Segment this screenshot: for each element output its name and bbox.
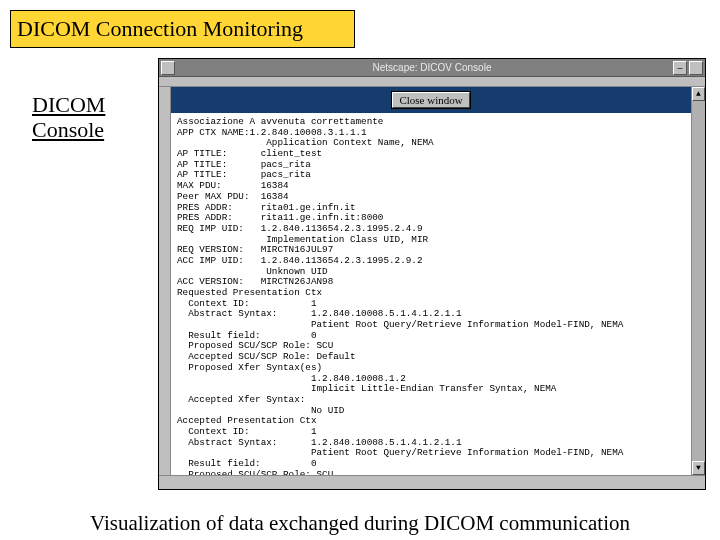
vertical-scrollbar[interactable]: ▲ ▼ xyxy=(691,87,705,475)
scroll-up-button[interactable]: ▲ xyxy=(692,87,705,101)
scrollbar-track[interactable] xyxy=(692,101,705,461)
slide-title-text: DICOM Connection Monitoring xyxy=(17,16,303,42)
page-header-bar: Close window xyxy=(171,87,691,113)
left-gutter xyxy=(159,87,171,475)
side-label-line2: Console xyxy=(32,117,104,142)
page-area: Close window Associazione A avvenuta cor… xyxy=(171,87,691,475)
side-label: DICOM Console xyxy=(32,92,105,143)
system-menu-icon[interactable] xyxy=(161,61,175,75)
status-bar xyxy=(159,475,705,489)
window-titlebar[interactable]: Netscape: DICOV Console – xyxy=(159,59,705,77)
browser-toolbar xyxy=(159,77,705,87)
scroll-down-button[interactable]: ▼ xyxy=(692,461,705,475)
window-title-text: Netscape: DICOV Console xyxy=(373,62,492,73)
slide-caption-text: Visualization of data exchanged during D… xyxy=(90,511,630,535)
minimize-button[interactable]: – xyxy=(673,61,687,75)
slide-title: DICOM Connection Monitoring xyxy=(10,10,355,48)
dicom-log-output: Associazione A avvenuta correttamente AP… xyxy=(171,113,691,475)
close-window-button[interactable]: Close window xyxy=(392,92,469,108)
browser-window: Netscape: DICOV Console – Close window A… xyxy=(158,58,706,490)
slide-caption: Visualization of data exchanged during D… xyxy=(0,511,720,536)
maximize-button[interactable] xyxy=(689,61,703,75)
side-label-line1: DICOM xyxy=(32,92,105,117)
window-controls: – xyxy=(673,61,703,75)
content-row: Close window Associazione A avvenuta cor… xyxy=(159,87,705,475)
